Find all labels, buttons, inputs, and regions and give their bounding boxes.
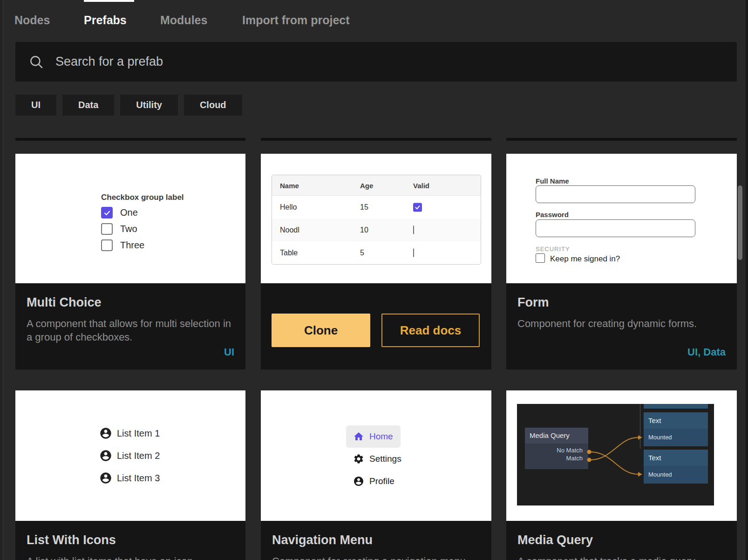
card-description: A list with list items that have an icon… bbox=[27, 554, 234, 560]
prefab-card-navigation-menu[interactable]: Home Settings Profile Navigation Menu Co… bbox=[261, 390, 491, 560]
list-item: List Item 3 bbox=[99, 471, 160, 485]
nav-item-label: Profile bbox=[369, 476, 394, 486]
prefab-card-list-with-icons[interactable]: List Item 1 List Item 2 List Item 3 List… bbox=[15, 390, 245, 560]
card-title: Media Query bbox=[517, 533, 593, 547]
card-tags: UI, Data bbox=[687, 346, 726, 358]
filter-data[interactable]: Data bbox=[62, 95, 114, 116]
table-preview: Name Age Valid Hello 15 Noodl 10 Table 5 bbox=[261, 154, 491, 283]
checkbox-unchecked bbox=[413, 248, 414, 257]
vertical-scrollbar-thumb[interactable] bbox=[738, 185, 742, 260]
list-preview: List Item 1 List Item 2 List Item 3 bbox=[15, 390, 245, 521]
keep-signed-label: Keep me signed in? bbox=[550, 254, 620, 264]
panel-left-edge bbox=[0, 0, 3, 560]
search-icon bbox=[28, 54, 44, 70]
nav-item-home: Home bbox=[353, 431, 393, 442]
person-circle-icon bbox=[99, 427, 112, 440]
list-item-label: List Item 3 bbox=[117, 473, 160, 484]
multi-choice-preview: Checkbox group label One Two Three bbox=[15, 154, 245, 283]
checkbox-option: Two bbox=[101, 223, 137, 235]
table-header-row: Name Age Valid bbox=[272, 175, 481, 196]
tab-prefabs[interactable]: Prefabs bbox=[84, 14, 127, 27]
col-valid: Valid bbox=[413, 181, 429, 189]
prev-card-bottom bbox=[261, 138, 491, 141]
card-description: Component for creating a navigation menu… bbox=[272, 554, 480, 560]
nav-item-settings: Settings bbox=[353, 453, 401, 464]
prefab-card-table[interactable]: Name Age Valid Hello 15 Noodl 10 Table 5… bbox=[261, 154, 491, 369]
preview-table: Name Age Valid Hello 15 Noodl 10 Table 5 bbox=[272, 175, 481, 265]
connection-wires bbox=[517, 404, 714, 505]
checkbox-label: Two bbox=[120, 224, 137, 234]
filter-cloud[interactable]: Cloud bbox=[184, 95, 242, 116]
checkbox-unchecked bbox=[101, 223, 113, 235]
prev-card-bottom bbox=[15, 138, 245, 141]
list-item-label: List Item 2 bbox=[117, 451, 160, 461]
card-title: Multi Choice bbox=[27, 295, 102, 310]
search-placeholder: Search for a prefab bbox=[55, 55, 163, 69]
node-graph-screenshot: Media Query No Match Match Text Mounted … bbox=[517, 404, 714, 505]
media-query-preview: Media Query No Match Match Text Mounted … bbox=[506, 390, 737, 521]
filter-utility[interactable]: Utility bbox=[120, 95, 178, 116]
checkbox-option: One bbox=[101, 207, 138, 219]
checkbox-option: Three bbox=[101, 239, 144, 251]
col-age: Age bbox=[360, 181, 373, 189]
table-row: Table 5 bbox=[272, 241, 481, 264]
prefab-card-multi-choice[interactable]: Checkbox group label One Two Three Multi… bbox=[15, 154, 245, 369]
list-item-label: List Item 1 bbox=[117, 428, 160, 439]
filter-chips: UI Data Utility Cloud bbox=[15, 95, 242, 116]
home-icon bbox=[353, 431, 364, 442]
checkbox-label: Three bbox=[120, 240, 144, 251]
checkbox-label: One bbox=[120, 207, 138, 218]
filter-ui[interactable]: UI bbox=[15, 95, 56, 116]
prev-card-bottom bbox=[506, 138, 737, 141]
prefab-card-media-query[interactable]: Media Query No Match Match Text Mounted … bbox=[506, 390, 737, 560]
form-preview: Full Name Password SECURITY Keep me sign… bbox=[506, 154, 737, 283]
person-circle-icon bbox=[99, 471, 112, 485]
card-description: A component that tracks a media query. bbox=[517, 554, 726, 560]
card-title: Navigation Menu bbox=[272, 533, 373, 547]
full-name-label: Full Name bbox=[536, 177, 569, 185]
checkbox-group-label: Checkbox group label bbox=[101, 193, 184, 202]
table-row: Hello 15 bbox=[272, 196, 481, 219]
check-icon bbox=[103, 209, 111, 217]
gear-icon bbox=[353, 453, 364, 464]
security-section-label: SECURITY bbox=[536, 246, 570, 253]
tab-nodes[interactable]: Nodes bbox=[14, 14, 50, 27]
prefab-card-form[interactable]: Full Name Password SECURITY Keep me sign… bbox=[506, 154, 737, 369]
check-icon bbox=[415, 204, 421, 210]
keep-signed-checkbox bbox=[536, 253, 545, 263]
nav-item-label: Settings bbox=[369, 454, 401, 464]
card-title: Form bbox=[517, 295, 549, 310]
card-description: Component for creating dynamic forms. bbox=[517, 317, 726, 330]
read-docs-button[interactable]: Read docs bbox=[381, 314, 480, 347]
tab-import-from-project[interactable]: Import from project bbox=[242, 14, 350, 27]
list-item: List Item 2 bbox=[99, 449, 160, 462]
password-label: Password bbox=[536, 211, 569, 219]
nav-item-profile: Profile bbox=[353, 476, 394, 487]
active-tab-indicator bbox=[84, 0, 134, 2]
card-title: List With Icons bbox=[27, 533, 116, 547]
person-circle-icon bbox=[99, 449, 112, 462]
panel-right-edge bbox=[746, 0, 748, 560]
nav-preview: Home Settings Profile bbox=[261, 390, 491, 521]
col-name: Name bbox=[280, 181, 299, 189]
list-item: List Item 1 bbox=[99, 427, 160, 440]
full-name-field bbox=[536, 185, 695, 203]
search-input[interactable]: Search for a prefab bbox=[15, 42, 737, 82]
card-description: A component that allows for multi select… bbox=[27, 317, 234, 344]
checkbox-checked bbox=[413, 203, 422, 212]
checkbox-unchecked bbox=[101, 239, 113, 251]
card-tags: UI bbox=[224, 346, 234, 358]
table-row: Noodl 10 bbox=[272, 219, 481, 241]
checkbox-unchecked bbox=[413, 225, 414, 234]
person-circle-icon bbox=[353, 476, 364, 487]
clone-button[interactable]: Clone bbox=[272, 314, 370, 347]
checkbox-checked bbox=[101, 207, 113, 219]
password-field bbox=[536, 219, 695, 237]
nav-item-label: Home bbox=[369, 431, 393, 442]
tab-modules[interactable]: Modules bbox=[160, 14, 207, 27]
